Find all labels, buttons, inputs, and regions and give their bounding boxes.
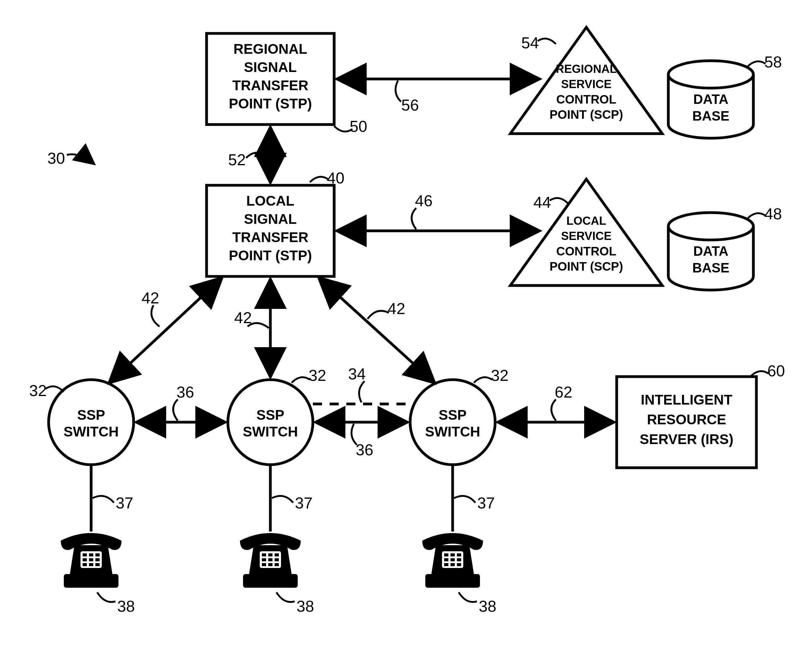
link-42-ref-3: 42	[368, 300, 405, 319]
svg-text:37: 37	[116, 494, 133, 512]
svg-text:42: 42	[234, 309, 252, 327]
svg-text:INTELLIGENT: INTELLIGENT	[641, 392, 733, 408]
link-37-ref-1: 37	[93, 494, 133, 512]
svg-text:SWITCH: SWITCH	[63, 424, 119, 439]
link-62-ref: 62	[551, 383, 573, 420]
local-scp-triangle: LOCAL SERVICE CONTROL POINT (SCP)	[510, 179, 662, 286]
phone-icon-2	[240, 465, 301, 588]
svg-text:32: 32	[29, 382, 47, 400]
svg-text:CONTROL: CONTROL	[556, 244, 616, 258]
ssp-switch-3-ref: 32	[474, 366, 509, 384]
svg-rect-77	[274, 554, 279, 557]
link-lstp-lscp-ref: 46	[412, 192, 433, 229]
link-rstp-rscp-ref: 56	[395, 81, 419, 114]
svg-text:50: 50	[350, 117, 367, 135]
svg-rect-73	[243, 574, 298, 588]
svg-rect-68	[89, 563, 93, 566]
local-scp-ref: 44	[533, 194, 568, 211]
svg-text:42: 42	[388, 300, 405, 317]
svg-text:48: 48	[764, 205, 782, 223]
svg-text:30: 30	[48, 149, 65, 167]
svg-text:REGIONAL: REGIONAL	[556, 63, 617, 75]
svg-rect-66	[95, 558, 100, 561]
phone-ref-2: 38	[276, 592, 314, 615]
ssp-switch-1: SSP SWITCH	[49, 380, 134, 465]
svg-rect-75	[262, 554, 266, 557]
phone-ref-1: 38	[97, 592, 135, 615]
svg-text:52: 52	[228, 151, 246, 168]
svg-text:POINT (SCP): POINT (SCP)	[550, 260, 623, 273]
link-lstp-ssp-1	[109, 278, 222, 383]
ssp-switch-3: SSP SWITCH	[410, 380, 495, 465]
link-37-ref-2: 37	[272, 494, 312, 512]
link-34-ref: 34	[348, 365, 366, 403]
svg-rect-96	[450, 563, 455, 566]
svg-text:32: 32	[309, 366, 326, 384]
svg-text:54: 54	[521, 34, 539, 52]
svg-rect-94	[457, 558, 461, 561]
svg-text:REGIONAL: REGIONAL	[234, 41, 308, 57]
svg-rect-80	[274, 558, 279, 561]
svg-text:44: 44	[533, 194, 551, 211]
svg-text:42: 42	[141, 289, 159, 307]
ssp-switch-2: SSP SWITCH	[228, 380, 313, 465]
network-diagram: 30 REGIONAL SIGNAL TRANSFER POINT (STP) …	[0, 0, 812, 660]
svg-text:SIGNAL: SIGNAL	[244, 211, 297, 227]
svg-rect-78	[262, 558, 266, 561]
svg-rect-95	[444, 563, 448, 566]
link-36-ref-1: 36	[173, 383, 194, 420]
link-rstp-lstp-ref: 52	[228, 151, 267, 168]
svg-text:TRANSFER: TRANSFER	[232, 229, 308, 245]
svg-rect-82	[268, 563, 273, 566]
svg-text:SIGNAL: SIGNAL	[244, 59, 297, 75]
svg-text:38: 38	[117, 597, 135, 615]
svg-text:POINT (STP): POINT (STP)	[229, 248, 312, 263]
svg-rect-79	[268, 558, 273, 561]
regional-stp-ref: 50	[334, 117, 367, 135]
svg-text:LOCAL: LOCAL	[566, 214, 606, 227]
local-db-ref: 48	[747, 205, 782, 223]
svg-rect-64	[82, 558, 87, 561]
svg-rect-91	[457, 554, 461, 557]
svg-text:POINT (SCP): POINT (SCP)	[550, 108, 623, 121]
svg-text:36: 36	[356, 441, 373, 459]
local-db-cylinder: DATA BASE	[668, 213, 753, 290]
svg-text:DATA: DATA	[693, 244, 728, 259]
regional-scp-ref: 54	[521, 34, 556, 52]
svg-text:58: 58	[764, 53, 782, 71]
svg-text:32: 32	[491, 366, 509, 384]
phone-ref-3: 38	[459, 592, 496, 615]
svg-text:BASE: BASE	[692, 108, 730, 123]
svg-text:POINT (STP): POINT (STP)	[229, 96, 312, 111]
phone-icon-1	[61, 465, 122, 588]
svg-rect-87	[425, 574, 480, 588]
svg-rect-62	[89, 554, 93, 557]
svg-text:62: 62	[555, 383, 573, 401]
svg-rect-67	[82, 563, 87, 566]
svg-text:DATA: DATA	[693, 92, 728, 106]
regional-db-cylinder: DATA BASE	[668, 61, 753, 138]
svg-text:46: 46	[415, 192, 433, 209]
svg-rect-81	[262, 563, 266, 566]
figure-number: 30	[48, 149, 94, 167]
svg-text:SERVICE: SERVICE	[561, 230, 612, 243]
svg-text:BASE: BASE	[692, 260, 730, 275]
svg-point-12	[668, 61, 753, 88]
svg-text:RESOURCE: RESOURCE	[647, 412, 726, 427]
svg-rect-93	[450, 558, 455, 561]
regional-db-ref: 58	[747, 53, 782, 71]
local-stp-box: LOCAL SIGNAL TRANSFER POINT (STP)	[206, 185, 334, 276]
link-42-ref-2: 42	[234, 309, 269, 328]
svg-rect-92	[444, 558, 448, 561]
svg-text:34: 34	[348, 365, 366, 383]
irs-box: INTELLIGENT RESOURCE SERVER (IRS)	[617, 377, 756, 468]
svg-text:36: 36	[176, 383, 194, 401]
svg-point-29	[668, 213, 753, 240]
svg-text:60: 60	[768, 362, 785, 380]
svg-text:SWITCH: SWITCH	[425, 424, 480, 439]
svg-text:38: 38	[479, 597, 496, 615]
svg-text:56: 56	[401, 96, 419, 114]
link-42-ref-1: 42	[141, 289, 160, 327]
svg-text:SSP: SSP	[439, 407, 466, 423]
svg-text:CONTROL: CONTROL	[556, 93, 616, 106]
